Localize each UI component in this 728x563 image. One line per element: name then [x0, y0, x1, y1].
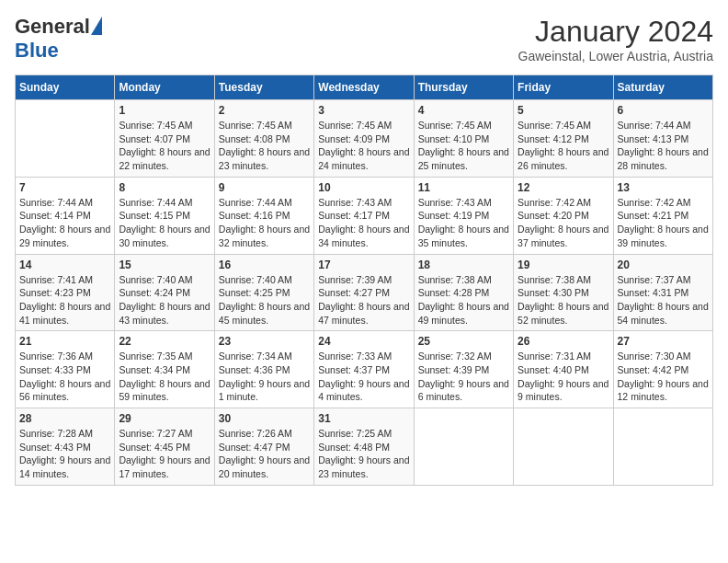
day-number: 18: [418, 259, 509, 271]
calendar-cell: 29Sunrise: 7:27 AMSunset: 4:45 PMDayligh…: [115, 408, 214, 486]
day-number: 20: [618, 259, 709, 271]
day-number: 6: [618, 104, 709, 117]
cell-details: Sunrise: 7:43 AMSunset: 4:17 PMDaylight:…: [318, 196, 409, 250]
logo-general-text: General: [15, 15, 90, 39]
cell-details: Sunrise: 7:30 AMSunset: 4:42 PMDaylight:…: [618, 350, 709, 404]
day-of-week-monday: Monday: [115, 75, 214, 100]
day-number: 15: [119, 259, 210, 271]
calendar-cell: 23Sunrise: 7:34 AMSunset: 4:36 PMDayligh…: [214, 331, 313, 408]
cell-details: Sunrise: 7:45 AMSunset: 4:12 PMDaylight:…: [518, 119, 609, 173]
day-number: 14: [19, 259, 110, 271]
day-number: 29: [119, 412, 210, 425]
day-number: 24: [318, 335, 409, 348]
cell-details: Sunrise: 7:44 AMSunset: 4:16 PMDaylight:…: [219, 196, 310, 250]
calendar-cell: 11Sunrise: 7:43 AMSunset: 4:19 PMDayligh…: [414, 177, 513, 254]
calendar-cell: 28Sunrise: 7:28 AMSunset: 4:43 PMDayligh…: [16, 408, 115, 486]
calendar-cell: 2Sunrise: 7:45 AMSunset: 4:08 PMDaylight…: [214, 100, 313, 178]
calendar-cell: 19Sunrise: 7:38 AMSunset: 4:30 PMDayligh…: [514, 254, 613, 331]
calendar-cell: 7Sunrise: 7:44 AMSunset: 4:14 PMDaylight…: [16, 177, 115, 254]
cell-details: Sunrise: 7:34 AMSunset: 4:36 PMDaylight:…: [219, 350, 310, 404]
calendar-cell: 14Sunrise: 7:41 AMSunset: 4:23 PMDayligh…: [16, 254, 115, 331]
cell-details: Sunrise: 7:26 AMSunset: 4:47 PMDaylight:…: [219, 427, 310, 481]
calendar-subtitle: Gaweinstal, Lower Austria, Austria: [518, 49, 713, 63]
calendar-cell: 26Sunrise: 7:31 AMSunset: 4:40 PMDayligh…: [514, 331, 613, 408]
cell-details: Sunrise: 7:39 AMSunset: 4:27 PMDaylight:…: [318, 273, 409, 327]
logo-arrow-icon: [91, 17, 102, 35]
day-number: 27: [618, 335, 709, 348]
calendar-header: SundayMondayTuesdayWednesdayThursdayFrid…: [16, 75, 713, 100]
cell-details: Sunrise: 7:45 AMSunset: 4:10 PMDaylight:…: [418, 119, 509, 173]
calendar-cell: 1Sunrise: 7:45 AMSunset: 4:07 PMDaylight…: [115, 100, 214, 178]
calendar-cell: [16, 100, 115, 178]
day-number: 17: [318, 259, 409, 271]
day-number: 4: [418, 104, 509, 117]
calendar-week-5: 28Sunrise: 7:28 AMSunset: 4:43 PMDayligh…: [16, 408, 713, 486]
cell-details: Sunrise: 7:38 AMSunset: 4:28 PMDaylight:…: [418, 273, 509, 327]
cell-details: Sunrise: 7:42 AMSunset: 4:20 PMDaylight:…: [518, 196, 609, 250]
calendar-cell: 17Sunrise: 7:39 AMSunset: 4:27 PMDayligh…: [314, 254, 414, 331]
day-number: 31: [318, 412, 409, 425]
day-of-week-thursday: Thursday: [414, 75, 513, 100]
day-number: 13: [618, 181, 709, 194]
cell-details: Sunrise: 7:45 AMSunset: 4:07 PMDaylight:…: [119, 119, 210, 173]
cell-details: Sunrise: 7:44 AMSunset: 4:14 PMDaylight:…: [19, 196, 110, 250]
day-number: 25: [418, 335, 509, 348]
day-number: 28: [19, 412, 110, 425]
calendar-cell: 9Sunrise: 7:44 AMSunset: 4:16 PMDaylight…: [214, 177, 313, 254]
days-of-week-row: SundayMondayTuesdayWednesdayThursdayFrid…: [16, 75, 713, 100]
day-number: 22: [119, 335, 210, 348]
calendar-cell: [613, 408, 712, 486]
day-number: 12: [518, 181, 609, 194]
day-of-week-friday: Friday: [514, 75, 613, 100]
calendar-cell: 3Sunrise: 7:45 AMSunset: 4:09 PMDaylight…: [314, 100, 414, 178]
day-of-week-tuesday: Tuesday: [214, 75, 313, 100]
calendar-cell: 21Sunrise: 7:36 AMSunset: 4:33 PMDayligh…: [16, 331, 115, 408]
calendar-cell: 12Sunrise: 7:42 AMSunset: 4:20 PMDayligh…: [514, 177, 613, 254]
calendar-cell: 10Sunrise: 7:43 AMSunset: 4:17 PMDayligh…: [314, 177, 414, 254]
cell-details: Sunrise: 7:27 AMSunset: 4:45 PMDaylight:…: [119, 427, 210, 481]
calendar-week-2: 7Sunrise: 7:44 AMSunset: 4:14 PMDaylight…: [16, 177, 713, 254]
calendar-week-1: 1Sunrise: 7:45 AMSunset: 4:07 PMDaylight…: [16, 100, 713, 178]
day-number: 7: [19, 181, 110, 194]
day-number: 16: [219, 259, 310, 271]
calendar-cell: 22Sunrise: 7:35 AMSunset: 4:34 PMDayligh…: [115, 331, 214, 408]
calendar-cell: 24Sunrise: 7:33 AMSunset: 4:37 PMDayligh…: [314, 331, 414, 408]
calendar-table: SundayMondayTuesdayWednesdayThursdayFrid…: [15, 75, 713, 486]
cell-details: Sunrise: 7:38 AMSunset: 4:30 PMDaylight:…: [518, 273, 609, 327]
calendar-cell: 31Sunrise: 7:25 AMSunset: 4:48 PMDayligh…: [314, 408, 414, 486]
calendar-cell: 15Sunrise: 7:40 AMSunset: 4:24 PMDayligh…: [115, 254, 214, 331]
cell-details: Sunrise: 7:31 AMSunset: 4:40 PMDaylight:…: [518, 350, 609, 404]
calendar-cell: 8Sunrise: 7:44 AMSunset: 4:15 PMDaylight…: [115, 177, 214, 254]
logo-blue-text: Blue: [15, 39, 59, 63]
cell-details: Sunrise: 7:32 AMSunset: 4:39 PMDaylight:…: [418, 350, 509, 404]
page-header: General Blue January 2024 Gaweinstal, Lo…: [15, 15, 713, 63]
calendar-cell: [514, 408, 613, 486]
day-number: 2: [219, 104, 310, 117]
calendar-body: 1Sunrise: 7:45 AMSunset: 4:07 PMDaylight…: [16, 100, 713, 486]
cell-details: Sunrise: 7:44 AMSunset: 4:13 PMDaylight:…: [618, 119, 709, 173]
calendar-cell: 13Sunrise: 7:42 AMSunset: 4:21 PMDayligh…: [613, 177, 712, 254]
calendar-cell: 27Sunrise: 7:30 AMSunset: 4:42 PMDayligh…: [613, 331, 712, 408]
day-number: 23: [219, 335, 310, 348]
day-number: 30: [219, 412, 310, 425]
calendar-title: January 2024: [518, 15, 713, 49]
cell-details: Sunrise: 7:33 AMSunset: 4:37 PMDaylight:…: [318, 350, 409, 404]
calendar-cell: 4Sunrise: 7:45 AMSunset: 4:10 PMDaylight…: [414, 100, 513, 178]
calendar-cell: 18Sunrise: 7:38 AMSunset: 4:28 PMDayligh…: [414, 254, 513, 331]
title-block: January 2024 Gaweinstal, Lower Austria, …: [518, 15, 713, 63]
calendar-cell: 6Sunrise: 7:44 AMSunset: 4:13 PMDaylight…: [613, 100, 712, 178]
day-number: 8: [119, 181, 210, 194]
day-of-week-wednesday: Wednesday: [314, 75, 414, 100]
calendar-cell: 20Sunrise: 7:37 AMSunset: 4:31 PMDayligh…: [613, 254, 712, 331]
cell-details: Sunrise: 7:28 AMSunset: 4:43 PMDaylight:…: [19, 427, 110, 481]
calendar-cell: [414, 408, 513, 486]
calendar-cell: 16Sunrise: 7:40 AMSunset: 4:25 PMDayligh…: [214, 254, 313, 331]
day-number: 9: [219, 181, 310, 194]
cell-details: Sunrise: 7:40 AMSunset: 4:24 PMDaylight:…: [119, 273, 210, 327]
day-number: 10: [318, 181, 409, 194]
day-number: 11: [418, 181, 509, 194]
day-of-week-saturday: Saturday: [613, 75, 712, 100]
calendar-cell: 5Sunrise: 7:45 AMSunset: 4:12 PMDaylight…: [514, 100, 613, 178]
day-number: 1: [119, 104, 210, 117]
cell-details: Sunrise: 7:45 AMSunset: 4:08 PMDaylight:…: [219, 119, 310, 173]
